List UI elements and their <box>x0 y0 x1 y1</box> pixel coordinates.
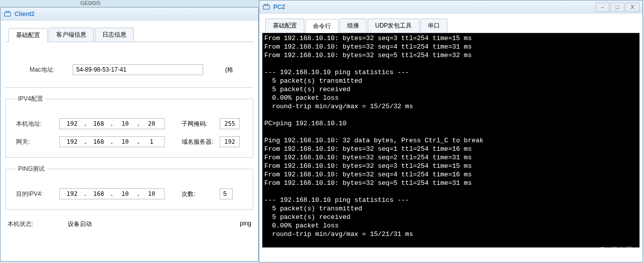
tab-udp-tool[interactable]: UDP发包工具 <box>368 19 419 33</box>
mac-label: Mac地址: <box>30 66 73 74</box>
svg-rect-3 <box>263 5 269 9</box>
titlebar-pc2: PC2 – □ X <box>259 1 642 14</box>
mask-input[interactable]: 255 <box>220 118 240 129</box>
local-addr-label: 本机地址: <box>16 120 59 128</box>
svg-rect-1 <box>6 11 8 12</box>
pc2-tabs: 基础配置 命令行 组播 UDP发包工具 串口 <box>262 16 639 33</box>
window-client2: Client2 基础配置 客户端信息 日志信息 Mac地址: (格 IPV4配置… <box>0 7 259 261</box>
ping-legend: PING测试 <box>16 165 47 173</box>
ipv4-config-group: IPV4配置 本机地址: 192. 168. 10. 20 子网掩码: 255 … <box>6 95 253 158</box>
target-input[interactable]: 192. 168. 10. 10 <box>59 188 165 199</box>
svg-rect-4 <box>265 4 266 5</box>
tab-log-info[interactable]: 日志信息 <box>95 28 134 42</box>
window-title: PC2 <box>273 4 285 11</box>
local-addr-input[interactable]: 192. 168. 10. 20 <box>59 118 165 129</box>
svg-rect-0 <box>5 12 11 16</box>
dns-label: 域名服务器: <box>182 138 220 146</box>
times-label: 次数: <box>182 190 220 198</box>
mac-input[interactable] <box>73 64 203 75</box>
status-value: 设备启动 <box>68 220 92 228</box>
topology-label: GE0/0/5 <box>80 0 100 6</box>
gateway-label: 网关: <box>16 138 59 146</box>
maximize-button[interactable]: □ <box>610 3 624 12</box>
terminal-output[interactable]: From 192.168.10.10: bytes=32 seq=3 ttl=2… <box>262 33 639 247</box>
tab-client-info[interactable]: 客户端信息 <box>49 28 94 42</box>
tab-basic-config[interactable]: 基础配置 <box>9 28 48 42</box>
ping-test-group: PING测试 目的IPV4: 192. 168. 10. 10 次数: <box>6 165 253 210</box>
status-label: 本机状态: <box>8 220 68 228</box>
svg-rect-5 <box>267 4 268 5</box>
gateway-input[interactable]: 192. 168. 10. 1 <box>59 136 165 147</box>
client2-tabs: 基础配置 客户端信息 日志信息 <box>6 25 253 42</box>
app-icon <box>4 10 12 18</box>
dns-input[interactable]: 192 <box>220 136 240 147</box>
app-icon <box>262 3 270 11</box>
tab-multicast[interactable]: 组播 <box>340 19 367 33</box>
tab-command-line[interactable]: 命令行 <box>305 19 339 33</box>
mask-label: 子网掩码: <box>182 120 220 128</box>
titlebar-client2: Client2 <box>1 8 258 21</box>
tab-basic-config[interactable]: 基础配置 <box>265 19 304 33</box>
window-pc2: PC2 – □ X 基础配置 命令行 组播 UDP发包工具 串口 From 19… <box>259 0 643 262</box>
status-row: 本机状态: 设备启动 ping <box>6 220 253 228</box>
svg-rect-2 <box>8 11 10 12</box>
ipv4-legend: IPV4配置 <box>16 95 45 103</box>
minimize-button[interactable]: – <box>595 3 609 12</box>
times-input[interactable] <box>220 188 233 199</box>
close-button[interactable]: X <box>625 3 639 12</box>
tab-serial[interactable]: 串口 <box>420 19 447 33</box>
format-hint: (格 <box>225 66 233 74</box>
ping-text: ping <box>240 220 251 228</box>
window-title: Client2 <box>15 11 35 18</box>
target-label: 目的IPV4: <box>16 190 59 198</box>
